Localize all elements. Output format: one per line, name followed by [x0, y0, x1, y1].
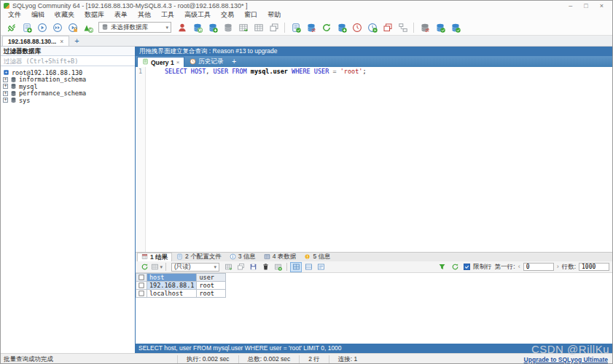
tree-item[interactable]: +performance_schema	[1, 90, 135, 98]
first-row-decrement[interactable]: ‹	[518, 263, 520, 271]
insert-row-icon[interactable]	[272, 262, 284, 272]
limit-rows-checkbox[interactable]	[464, 264, 470, 270]
row-checkbox[interactable]	[136, 290, 147, 298]
save-changes-icon[interactable]	[247, 262, 259, 272]
refresh-grid-icon[interactable]	[138, 262, 150, 272]
schema-designer-icon[interactable]	[395, 21, 410, 34]
edit-mode-value: (只读)	[174, 263, 191, 272]
tree-item[interactable]: +sys	[1, 97, 135, 104]
query-profiler-icon[interactable]	[349, 21, 364, 34]
query-tab[interactable]: Query 1×	[137, 57, 184, 67]
new-connection-icon[interactable]	[4, 21, 19, 34]
row-checkbox[interactable]	[136, 282, 147, 290]
scheduled-backup-icon[interactable]	[364, 21, 380, 34]
sql-token: HOST	[191, 68, 206, 75]
text-view-icon[interactable]	[315, 262, 327, 272]
total-time-value: 0.002 sec	[263, 355, 290, 363]
exec-time-segment: 执行: 0.002 sec	[177, 355, 238, 363]
menu-item[interactable]: 其他	[133, 10, 156, 20]
structure-sync-icon[interactable]	[417, 21, 432, 34]
new-connection-tab-button[interactable]: +	[74, 36, 79, 46]
grid-view-icon[interactable]	[290, 262, 302, 272]
open-multi-window-icon[interactable]	[266, 21, 281, 34]
filter-rows-icon[interactable]	[436, 262, 448, 272]
column-header-host[interactable]: host	[147, 274, 197, 282]
explain-query-icon[interactable]	[65, 21, 80, 34]
sql-editor[interactable]: 1 SELECT HOST, USER FROM mysql.user WHER…	[136, 67, 612, 252]
add-database-icon[interactable]	[334, 21, 349, 34]
column-header-user[interactable]: user	[197, 274, 226, 282]
result-tab[interactable]: 3 信息	[226, 253, 259, 261]
tree-item-label: sys	[19, 97, 30, 104]
connection-tab[interactable]: 192.168.88.130... ×	[2, 36, 69, 46]
grid-cell[interactable]: 192.168.88.1	[147, 282, 197, 290]
connections-segment: 连接: 1	[329, 355, 366, 363]
export-data-icon[interactable]	[222, 262, 234, 272]
visual-data-compare-icon[interactable]	[380, 21, 395, 34]
backup-database-icon[interactable]	[220, 21, 235, 34]
format-queries-icon[interactable]	[80, 21, 95, 34]
alter-database-icon[interactable]	[205, 21, 220, 34]
menu-item[interactable]: 帮助	[262, 10, 286, 20]
new-query-editor-icon[interactable]	[19, 21, 34, 34]
first-row-input[interactable]	[523, 263, 554, 271]
menu-item[interactable]: 文件	[3, 10, 26, 20]
query-builder-icon[interactable]	[288, 21, 303, 34]
query-tab[interactable]: 历史记录	[185, 57, 227, 67]
upgrade-link[interactable]: Upgrade to SQLyog Ultimate	[524, 356, 612, 363]
menu-item[interactable]: 表单	[109, 10, 133, 20]
row-count-label: 行数:	[562, 263, 576, 272]
form-view-icon[interactable]	[302, 262, 314, 272]
job-agent-icon[interactable]	[448, 21, 463, 34]
copy-row-icon[interactable]	[235, 262, 246, 272]
apply-limit-icon[interactable]	[449, 262, 461, 272]
result-tab[interactable]: 2 个配置文件	[173, 253, 225, 261]
expand-icon[interactable]: +	[3, 91, 8, 96]
import-external-data-icon[interactable]	[235, 21, 251, 34]
close-connection-tab-icon[interactable]: ×	[60, 38, 63, 45]
minimize-button[interactable]: –	[569, 2, 572, 9]
select-all-checkbox[interactable]	[136, 274, 147, 282]
delete-row-icon[interactable]	[259, 262, 271, 272]
result-tab[interactable]: 5 信息	[300, 253, 334, 261]
create-database-icon[interactable]	[190, 21, 205, 34]
expand-icon[interactable]: +	[3, 98, 8, 103]
grid-cell[interactable]: root	[197, 290, 226, 298]
db-sync-icon[interactable]	[303, 21, 319, 34]
tree-item[interactable]: +mysql	[1, 83, 135, 90]
new-query-tab-button[interactable]: +	[232, 57, 236, 67]
grid-cell[interactable]: root	[197, 282, 226, 290]
expand-icon[interactable]: +	[3, 84, 8, 89]
grid-options-icon[interactable]: ▾	[151, 262, 163, 272]
row-count-input[interactable]	[579, 263, 609, 271]
menu-item[interactable]: 交易	[216, 10, 239, 20]
menu-item[interactable]: 数据库	[79, 10, 109, 20]
refresh-object-browser-icon[interactable]	[319, 21, 334, 34]
tree-item[interactable]: root@192.168.88.130	[1, 69, 135, 76]
tree-item-label: mysql	[19, 83, 38, 90]
tree-item[interactable]: +information_schema	[1, 76, 135, 84]
query-tab-bar: Query 1×历史记录+	[136, 56, 612, 67]
execute-query-icon[interactable]	[34, 21, 50, 34]
result-tab[interactable]: 1 结果	[137, 253, 172, 261]
edit-mode-selector[interactable]: (只读)▾	[171, 263, 219, 272]
menu-item[interactable]: 窗口	[239, 10, 262, 20]
menu-item[interactable]: 工具	[156, 10, 179, 20]
filter-input[interactable]	[1, 56, 135, 66]
close-button[interactable]: ×	[600, 2, 604, 9]
menu-item[interactable]: 高级工具	[179, 10, 216, 20]
menu-item[interactable]: 编辑	[26, 10, 50, 20]
execute-all-queries-icon[interactable]	[50, 21, 65, 34]
menu-item[interactable]: 收藏夹	[50, 10, 79, 20]
data-sync-icon[interactable]	[432, 21, 448, 34]
result-tab[interactable]: 4 表数据	[260, 253, 300, 261]
export-table-data-icon[interactable]	[251, 21, 266, 34]
maximize-button[interactable]: □	[584, 2, 587, 9]
first-row-increment[interactable]: ›	[557, 263, 559, 271]
close-query-tab-icon[interactable]: ×	[176, 59, 180, 66]
user-manager-icon[interactable]	[174, 21, 190, 34]
expand-icon[interactable]: +	[3, 77, 8, 82]
database-selector-dropdown[interactable]: 未选择数据库▾	[98, 22, 171, 33]
upgrade-promo-bar[interactable]: 用拖拽界面建立复合查询 : Reason #13 to upgrade	[136, 47, 612, 56]
grid-cell[interactable]: localhost	[147, 290, 197, 298]
